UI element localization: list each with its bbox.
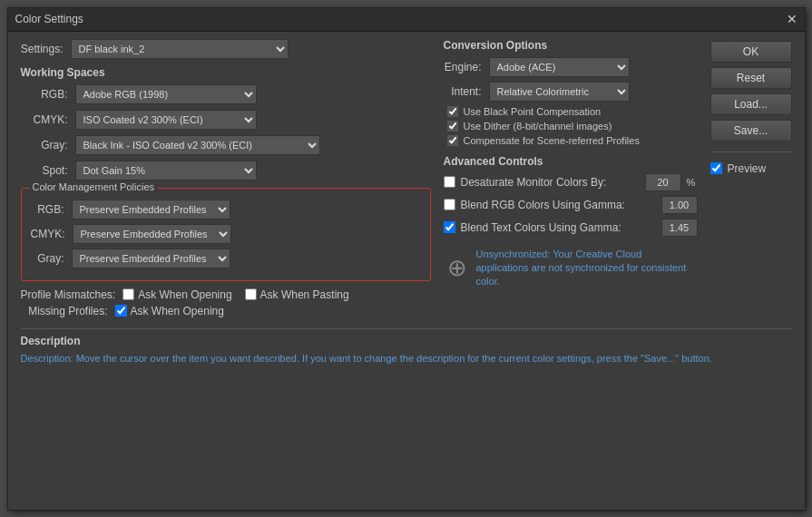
desaturate-checkbox[interactable] — [444, 176, 455, 188]
sync-icon: ⊕ — [447, 254, 467, 282]
engine-label: Engine: — [444, 61, 489, 73]
buttons-divider — [710, 151, 792, 152]
intent-select[interactable]: Relative Colorimetric — [489, 82, 630, 102]
desaturate-input[interactable] — [645, 173, 681, 191]
blend-rgb-checkbox[interactable] — [444, 199, 455, 210]
dialog-title: Color Settings — [15, 13, 83, 25]
dither-label: Use Dither (8-bit/channel images) — [464, 121, 612, 132]
rgb-label: RGB: — [21, 88, 75, 101]
reset-button[interactable]: Reset — [710, 67, 792, 89]
engine-row: Engine: Adobe (ACE) — [444, 57, 698, 77]
settings-label: Settings: — [21, 43, 71, 55]
conversion-section: Conversion Options Engine: Adobe (ACE) I… — [444, 39, 698, 146]
ok-button[interactable]: OK — [710, 41, 792, 63]
description-section: Description Description: Move the cursor… — [21, 328, 792, 366]
ask-opening-label: Ask When Opening — [138, 288, 231, 301]
cmyk-row: CMYK: ISO Coated v2 300% (ECI) — [21, 110, 431, 130]
policy-rgb-row: RGB: Preserve Embedded Profiles — [31, 200, 421, 219]
spot-label: Spot: — [21, 164, 75, 177]
main-content: Settings: DF black ink_2 Working Spaces … — [8, 32, 805, 328]
missing-profiles-label: Missing Profiles: — [21, 305, 112, 317]
gray-row: Gray: Black Ink - ISO Coated v2 300% (EC… — [21, 135, 431, 155]
policy-cmyk-label: CMYK: — [31, 228, 73, 240]
intent-label: Intent: — [444, 85, 489, 98]
advanced-title: Advanced Controls — [444, 155, 698, 168]
black-point-row: Use Black Point Compensation — [447, 106, 698, 117]
dither-checkbox[interactable] — [447, 121, 458, 132]
black-point-label: Use Black Point Compensation — [464, 106, 602, 117]
advanced-section: Advanced Controls Desaturate Monitor Col… — [444, 155, 698, 237]
working-spaces-section: Working Spaces RGB: Adobe RGB (1998) CMY… — [21, 66, 431, 180]
left-panel: Settings: DF black ink_2 Working Spaces … — [21, 39, 431, 321]
buttons-panel: OK Reset Load... Save... Preview — [710, 39, 792, 321]
preview-row: Preview — [710, 162, 792, 175]
color-management-inner: RGB: Preserve Embedded Profiles CMYK: Pr… — [31, 200, 421, 268]
description-text: Description: Move the cursor over the it… — [21, 351, 792, 366]
desaturate-row: Desaturate Monitor Colors By: % — [444, 173, 698, 191]
blend-rgb-row: Blend RGB Colors Using Gamma: — [444, 196, 698, 214]
compensate-label: Compensate for Scene-referred Profiles — [464, 135, 640, 146]
color-management-group: Color Management Policies RGB: Preserve … — [21, 188, 431, 281]
blend-text-label: Blend Text Colors Using Gamma: — [461, 221, 656, 234]
profile-mismatches-row: Profile Mismatches: Ask When Opening Ask… — [21, 288, 431, 301]
missing-ask-opening-label: Ask When Opening — [131, 305, 224, 317]
conversion-title: Conversion Options — [444, 39, 698, 52]
sync-row: ⊕ Unsynchronized: Your Creative Cloud ap… — [444, 244, 698, 293]
cmyk-label: CMYK: — [21, 113, 75, 126]
desaturate-label: Desaturate Monitor Colors By: — [461, 176, 640, 189]
policy-rgb-label: RGB: — [31, 203, 72, 216]
desaturate-unit: % — [687, 177, 698, 188]
gray-select[interactable]: Black Ink - ISO Coated v2 300% (ECI) — [75, 135, 320, 155]
settings-row: Settings: DF black ink_2 — [21, 39, 431, 59]
ask-opening-checkbox[interactable] — [122, 288, 134, 300]
blend-text-checkbox[interactable] — [444, 221, 455, 233]
blend-rgb-input[interactable] — [661, 196, 698, 214]
missing-ask-opening-checkbox[interactable] — [115, 305, 127, 317]
policy-cmyk-select[interactable]: Preserve Embedded Profiles — [73, 224, 231, 244]
preview-label: Preview — [728, 162, 767, 175]
policy-gray-row: Gray: Preserve Embedded Profiles — [31, 249, 421, 268]
rgb-row: RGB: Adobe RGB (1998) — [21, 84, 431, 104]
preview-checkbox[interactable] — [710, 162, 722, 174]
ask-pasting-label: Ask When Pasting — [260, 288, 349, 301]
titlebar: Color Settings ✕ — [8, 8, 805, 32]
description-title: Description — [21, 335, 792, 347]
policy-cmyk-row: CMYK: Preserve Embedded Profiles — [31, 224, 421, 244]
profile-mismatches-label: Profile Mismatches: — [21, 288, 120, 301]
policy-gray-select[interactable]: Preserve Embedded Profiles — [72, 249, 230, 268]
sync-text: Unsynchronized: Your Creative Cloud appl… — [476, 248, 694, 289]
dither-row: Use Dither (8-bit/channel images) — [447, 121, 698, 132]
spot-select[interactable]: Dot Gain 15% — [75, 161, 257, 180]
color-management-title: Color Management Policies — [29, 181, 159, 192]
gray-label: Gray: — [21, 139, 75, 151]
black-point-checkbox[interactable] — [447, 106, 458, 117]
policy-rgb-select[interactable]: Preserve Embedded Profiles — [72, 200, 230, 219]
right-panel: Conversion Options Engine: Adobe (ACE) I… — [444, 39, 698, 321]
compensate-checkbox[interactable] — [447, 135, 458, 146]
working-spaces-title: Working Spaces — [21, 66, 431, 79]
cmyk-select[interactable]: ISO Coated v2 300% (ECI) — [75, 110, 257, 130]
close-button[interactable]: ✕ — [787, 12, 797, 26]
engine-select[interactable]: Adobe (ACE) — [489, 57, 630, 77]
save-button[interactable]: Save... — [710, 120, 792, 141]
missing-profiles-row: Missing Profiles: Ask When Opening — [21, 305, 431, 317]
blend-text-row: Blend Text Colors Using Gamma: — [444, 219, 698, 237]
color-settings-dialog: Color Settings ✕ Settings: DF black ink_… — [7, 7, 806, 511]
spot-row: Spot: Dot Gain 15% — [21, 161, 431, 180]
blend-text-input[interactable] — [661, 219, 698, 237]
blend-rgb-label: Blend RGB Colors Using Gamma: — [461, 199, 656, 211]
intent-row: Intent: Relative Colorimetric — [444, 82, 698, 102]
load-button[interactable]: Load... — [710, 93, 792, 115]
ask-pasting-checkbox[interactable] — [245, 288, 257, 300]
settings-select[interactable]: DF black ink_2 — [71, 39, 289, 59]
policy-gray-label: Gray: — [31, 252, 72, 265]
rgb-select[interactable]: Adobe RGB (1998) — [75, 84, 257, 104]
compensate-row: Compensate for Scene-referred Profiles — [447, 135, 698, 146]
